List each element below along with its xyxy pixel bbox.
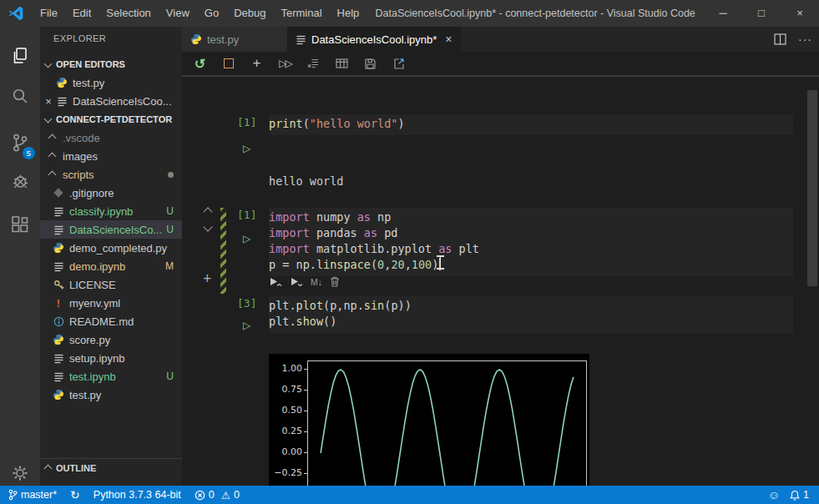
- chevron-right-icon: [44, 464, 53, 472]
- menu-item-help[interactable]: Help: [330, 0, 367, 27]
- notifications-status[interactable]: 1: [790, 489, 809, 501]
- menu-item-terminal[interactable]: Terminal: [273, 0, 329, 27]
- notebook-toolbar: ↺ + ▷▷: [182, 52, 819, 77]
- open-editor-datascienceiscoo-[interactable]: ×DataScienceIsCoo...: [40, 92, 182, 110]
- run-all-cells-icon[interactable]: ▷▷: [279, 58, 291, 69]
- close-button[interactable]: ×: [781, 0, 819, 27]
- restart-kernel-icon[interactable]: ↺: [194, 56, 206, 72]
- cell2-code[interactable]: import numpy as npimport pandas as pdimp…: [269, 208, 793, 276]
- file-row-score-py[interactable]: score.py: [40, 330, 182, 349]
- search-icon[interactable]: [0, 78, 40, 114]
- run-cell-icon[interactable]: ▷: [243, 143, 250, 154]
- file-row-test-ipynb[interactable]: test.ipynbU: [40, 367, 182, 386]
- cell3-code[interactable]: plt.plot(p,np.sin(p))plt.show(): [269, 296, 793, 333]
- run-cell-icon[interactable]: ▷: [243, 233, 250, 244]
- git-branch-status[interactable]: master*: [8, 489, 57, 501]
- export-icon[interactable]: [392, 58, 405, 69]
- editor-scrollbar[interactable]: [807, 90, 817, 286]
- ytick-label: 0.75: [269, 384, 302, 395]
- file-row-images[interactable]: images: [40, 147, 182, 165]
- menu-item-debug[interactable]: Debug: [226, 0, 273, 27]
- more-actions-icon[interactable]: ···: [798, 33, 812, 46]
- code-token: 20: [391, 258, 404, 271]
- folder-chevron-icon: [45, 154, 58, 159]
- file-row-classify-ipynb[interactable]: classify.ipynbU: [40, 202, 182, 220]
- save-icon[interactable]: [364, 58, 377, 69]
- run-cells-above-icon[interactable]: [269, 276, 282, 287]
- run-cell-icon[interactable]: ▷: [243, 320, 250, 331]
- vscode-window: FileEditSelectionViewGoDebugTerminalHelp…: [0, 0, 819, 504]
- run-cell-and-below-icon[interactable]: [290, 276, 303, 287]
- variable-explorer-icon[interactable]: [336, 58, 348, 68]
- outline-section-header[interactable]: OUTLINE: [40, 458, 182, 477]
- file-row-demo-ipynb[interactable]: demo.ipynbM: [40, 257, 182, 275]
- file-row-datascienceisco-[interactable]: DataScienceIsCo...U: [40, 220, 182, 239]
- file-row-demo-completed-py[interactable]: demo_completed.py: [40, 239, 182, 257]
- code-line: p = np.linspace(0,20,100): [269, 257, 793, 273]
- maximize-button[interactable]: □: [742, 0, 781, 27]
- open-editors-header[interactable]: OPEN EDITORS: [40, 55, 182, 73]
- code-token: p: [391, 299, 397, 312]
- notebook-icon: [52, 371, 65, 382]
- code-token: p: [269, 258, 276, 271]
- ytick-label: 0.50: [269, 405, 302, 416]
- problems-status[interactable]: 0 ⚠ 0: [195, 489, 240, 501]
- open-editor-label: test.py: [73, 77, 182, 89]
- close-icon[interactable]: ×: [42, 95, 55, 108]
- python-interpreter-status[interactable]: Python 3.7.3 64-bit: [94, 489, 181, 501]
- expand-cell-down-icon[interactable]: [203, 222, 212, 231]
- code-token: (: [371, 258, 377, 271]
- file-row-license[interactable]: LICENSE: [40, 275, 182, 294]
- ytick-label: 0.25: [269, 426, 302, 436]
- code-token: ): [398, 299, 405, 312]
- cell1-code[interactable]: print("hello world"): [269, 114, 793, 135]
- code-token: as: [351, 210, 371, 224]
- ytick-label: −0.25: [269, 467, 302, 478]
- menu-item-file[interactable]: File: [33, 0, 65, 27]
- feedback-smiley-icon[interactable]: ☺: [768, 488, 780, 501]
- extensions-icon[interactable]: [0, 206, 40, 243]
- menu-item-edit[interactable]: Edit: [65, 0, 99, 27]
- file-row-test-py[interactable]: test.py: [40, 386, 182, 404]
- menu-item-selection[interactable]: Selection: [99, 0, 158, 27]
- code-token: (: [323, 315, 330, 328]
- minimize-button[interactable]: ─: [704, 0, 742, 27]
- file-row-readme-md[interactable]: README.md: [40, 312, 182, 330]
- sync-icon[interactable]: ↻: [70, 488, 80, 501]
- git-branch-icon: [8, 489, 18, 501]
- project-folder-header[interactable]: CONNECT-PETDETECTOR: [40, 110, 182, 129]
- notebook-editor: [1] print("hello world") ▷ hello world […: [182, 77, 819, 486]
- file-row--gitignore[interactable]: .gitignore: [40, 184, 182, 202]
- convert-to-markdown-icon[interactable]: M↓: [311, 277, 322, 287]
- vscode-logo-icon: [8, 5, 24, 22]
- open-editor-test-py[interactable]: test.py: [40, 73, 182, 92]
- source-control-icon[interactable]: 5: [0, 124, 40, 161]
- explorer-icon[interactable]: [0, 38, 40, 74]
- clear-outputs-icon[interactable]: [307, 58, 320, 69]
- code-token: import: [269, 226, 310, 239]
- split-editor-icon[interactable]: [774, 33, 786, 45]
- tab-test-py[interactable]: test.py: [182, 27, 287, 52]
- interrupt-kernel-icon[interactable]: [222, 58, 235, 68]
- insert-cell-icon[interactable]: +: [250, 55, 263, 72]
- file-row-scripts[interactable]: scripts: [40, 165, 182, 184]
- add-cell-icon[interactable]: +: [203, 270, 212, 288]
- open-editor-label: DataScienceIsCoo...: [73, 95, 182, 108]
- error-icon: [195, 490, 205, 501]
- python-icon: [190, 33, 202, 45]
- info-icon: [52, 316, 65, 327]
- menu-item-go[interactable]: Go: [197, 0, 226, 27]
- cell-toolbar: M↓: [269, 276, 340, 287]
- collapse-cell-up-icon[interactable]: [203, 207, 212, 216]
- tab-datascienceiscool-ipynb[interactable]: DataScienceIsCool.ipynb* ×: [287, 27, 461, 52]
- debug-icon[interactable]: [0, 163, 40, 199]
- tab-close-icon[interactable]: ×: [445, 33, 452, 46]
- file-row-myenv-yml[interactable]: !myenv.yml: [40, 294, 182, 312]
- file-row-setup-ipynb[interactable]: setup.ipynb: [40, 349, 182, 367]
- code-token: plot: [296, 299, 324, 312]
- delete-cell-icon[interactable]: [330, 276, 340, 287]
- file-label: DataScienceIsCo...: [69, 224, 163, 236]
- cell1-execution-count: [1]: [237, 116, 256, 129]
- file-row--vscode[interactable]: .vscode: [40, 129, 182, 147]
- menu-item-view[interactable]: View: [159, 0, 197, 27]
